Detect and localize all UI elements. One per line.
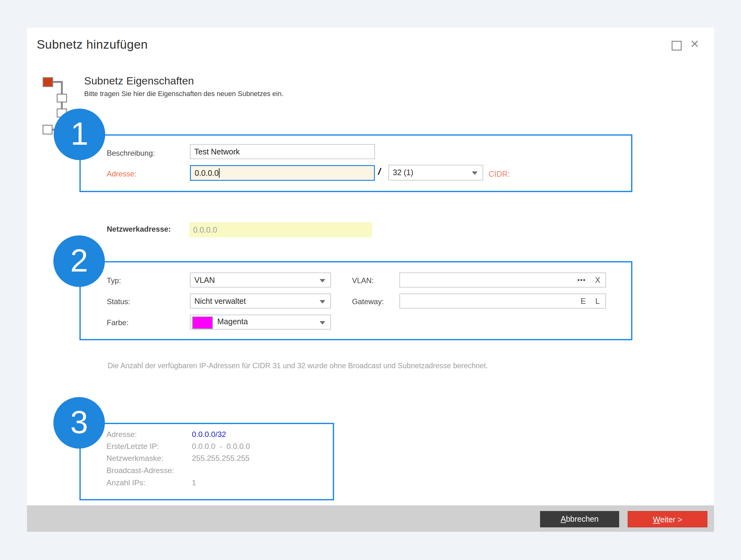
summary-netzwerkmaske-value: 255.255.255.255 — [192, 454, 250, 463]
cancel-label-rest: bbrechen — [566, 514, 598, 523]
summary-adresse-value: 0.0.0.0/32 — [192, 430, 226, 439]
chevron-down-icon — [320, 300, 325, 303]
beschreibung-label: Beschreibung: — [107, 149, 155, 157]
next-label-rest: eiter > — [660, 515, 682, 524]
status-selected-value: Nicht verwaltet — [194, 297, 246, 305]
chevron-down-icon — [472, 171, 478, 175]
step-subheading: Bitte tragen Sie hier die Eigenschaften … — [84, 90, 283, 98]
annotation-circle-2: 2 — [53, 235, 105, 287]
adresse-label: Adresse: — [107, 169, 137, 178]
screen-background: Subnetz hinzufügen × Subnetz Eigenschaft… — [0, 0, 741, 560]
status-dropdown[interactable]: Nicht verwaltet — [190, 293, 331, 308]
lookup-icon[interactable]: L — [595, 294, 600, 308]
summary-netzwerkmaske-label: Netzwerkmaske: — [107, 454, 163, 463]
typ-dropdown[interactable]: VLAN — [190, 273, 331, 287]
typ-selected-value: VLAN — [194, 276, 215, 284]
adresse-input[interactable]: 0.0.0.0 — [190, 165, 375, 181]
more-options-icon[interactable]: ••• — [578, 273, 586, 287]
close-icon[interactable]: × — [690, 35, 699, 52]
vlan-label: VLAN: — [352, 276, 374, 285]
clear-icon[interactable]: X — [595, 273, 600, 287]
next-mnemonic: W — [653, 515, 660, 524]
netzwerkadresse-value: 0.0.0.0 — [189, 222, 372, 237]
summary-anzahl-ips-value: 1 — [192, 478, 196, 487]
summary-adresse-label: Adresse: — [107, 430, 137, 439]
annotation-circle-3: 3 — [53, 397, 105, 448]
cidr-selected-value: 32 (1) — [393, 168, 413, 177]
summary-broadcast-label: Broadcast-Adresse: — [107, 466, 174, 475]
typ-label: Typ: — [107, 276, 121, 285]
status-label: Status: — [107, 297, 130, 306]
summary-first-last-ip-label: Erste/Letzte IP: — [107, 442, 159, 451]
maximize-icon[interactable] — [672, 41, 682, 51]
section1-groupbox — [79, 134, 632, 192]
color-swatch-magenta — [192, 317, 213, 329]
adresse-value: 0.0.0.0 — [195, 168, 218, 178]
step-heading: Subnetz Eigenschaften — [84, 75, 194, 87]
farbe-selected-value: Magenta — [217, 314, 248, 328]
chevron-down-icon — [320, 279, 325, 282]
summary-first-last-ip-value: 0.0.0.0 - 0.0.0.0 — [192, 442, 250, 451]
gateway-input[interactable]: E L — [399, 293, 606, 308]
cancel-mnemonic: A — [561, 514, 566, 523]
chevron-down-icon — [320, 321, 325, 325]
text-caret — [219, 168, 219, 178]
netzwerkadresse-label: Netzwerkadresse: — [107, 225, 171, 233]
cidr-separator: / — [378, 166, 381, 177]
cidr-label: CIDR: — [488, 169, 510, 179]
annotation-circle-1: 1 — [54, 109, 105, 160]
cidr-info-text: Die Anzahl der verfügbaren IP-Adressen f… — [108, 362, 488, 370]
edit-icon[interactable]: E — [581, 294, 586, 308]
beschreibung-input[interactable]: Test Network — [190, 144, 375, 159]
gateway-label: Gateway: — [352, 297, 384, 306]
next-button[interactable]: Weiter > — [628, 511, 708, 528]
farbe-label: Farbe: — [107, 318, 128, 327]
cidr-dropdown[interactable]: 32 (1) — [388, 165, 483, 181]
summary-anzahl-ips-label: Anzahl IPs: — [107, 478, 145, 487]
dialog-title: Subnetz hinzufügen — [37, 38, 148, 52]
vlan-input[interactable]: ••• X — [399, 273, 606, 287]
cancel-button[interactable]: Abbrechen — [540, 511, 619, 528]
